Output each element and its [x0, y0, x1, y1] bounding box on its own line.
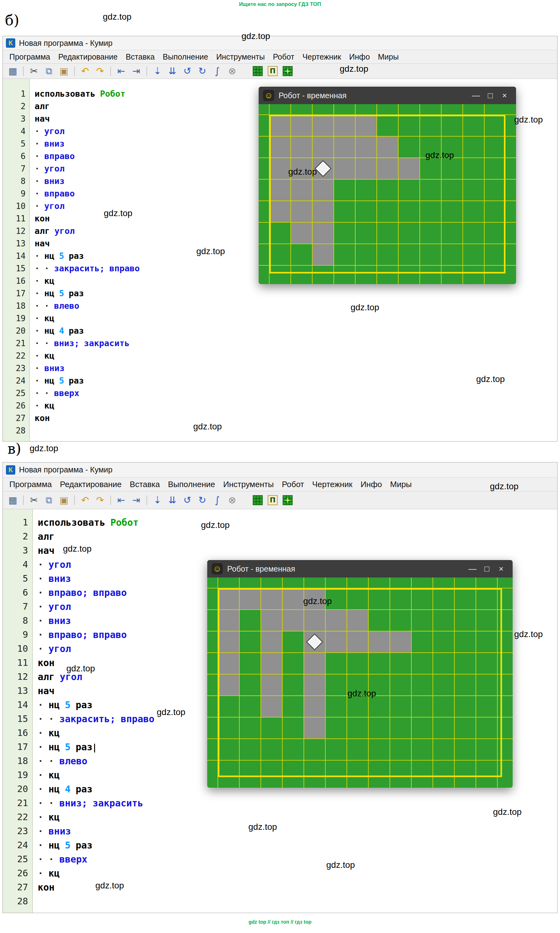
maximize-button[interactable]: □	[480, 564, 494, 574]
watermark: gdz.top	[288, 167, 317, 177]
indent-right-icon[interactable]: ⇥	[130, 65, 142, 77]
step-into-icon[interactable]: ⇣	[151, 65, 164, 77]
code-token: влево	[54, 301, 79, 311]
copy-icon[interactable]: ⧉	[43, 65, 55, 77]
menu-item-8[interactable]: Инфо	[345, 52, 374, 62]
indent-right-icon[interactable]: ⇥	[130, 494, 142, 506]
run-icon[interactable]: ↻	[196, 65, 208, 77]
kumir-titlebar[interactable]: К Новая программа - Кумир	[3, 36, 557, 50]
undo-icon[interactable]: ↶	[79, 65, 91, 77]
menu-item-5[interactable]: Инструменты	[212, 52, 269, 62]
menu-item-1[interactable]: Программа	[5, 52, 54, 62]
step-over-icon[interactable]: ⇊	[166, 65, 178, 77]
line-number-gutter: 1234567891011121314151617181920212223242…	[3, 79, 29, 441]
code-token: закрасить	[84, 338, 129, 348]
robot-pult-icon[interactable]: П	[266, 65, 279, 77]
robot-pult-icon[interactable]: П	[266, 494, 279, 506]
run-blind-icon[interactable]: ∫	[211, 494, 223, 506]
menu-item-9[interactable]: Миры	[386, 480, 416, 489]
menu-item-5[interactable]: Инструменты	[219, 480, 278, 489]
code-line: ·кц	[38, 810, 557, 824]
robot-field-icon[interactable]	[251, 494, 264, 506]
stop-icon[interactable]: ⊗	[226, 65, 238, 77]
top-banner: Ищите нас по запросу ГДЗ ТОП	[0, 1, 560, 8]
indent-left-icon[interactable]: ⇤	[115, 494, 128, 506]
menu-item-9[interactable]: Миры	[374, 52, 403, 62]
robot-field-icon[interactable]	[251, 65, 264, 77]
kumir-titlebar[interactable]: К Новая программа - Кумир	[3, 463, 557, 477]
indent-left-icon[interactable]: ⇤	[115, 65, 128, 77]
line-number: 2	[3, 529, 28, 543]
run-icon[interactable]: ↻	[196, 494, 208, 506]
undo-icon[interactable]: ↶	[79, 494, 91, 506]
painted-cell	[261, 610, 282, 631]
step-over-icon[interactable]: ⇊	[166, 494, 178, 506]
line-number: 18	[3, 754, 28, 768]
paste-icon[interactable]: ▣	[58, 65, 70, 77]
paste-icon[interactable]: ▣	[58, 494, 70, 506]
minimize-button[interactable]: —	[469, 91, 483, 100]
painted-cell	[304, 717, 325, 739]
cut-icon[interactable]: ✂	[28, 494, 40, 506]
robot-window-titlebar[interactable]: ☺ Робот - временная — □ ×	[207, 560, 512, 578]
code-token: нц	[44, 376, 55, 386]
menu-item-2[interactable]: Редактирование	[54, 52, 122, 62]
run-to-cursor-icon[interactable]: ↺	[181, 65, 194, 77]
code-token: ·	[35, 313, 40, 323]
code-token: ·	[38, 573, 43, 584]
redo-icon[interactable]: ↷	[94, 65, 106, 77]
menu-item-8[interactable]: Инфо	[357, 480, 386, 489]
menu-item-7[interactable]: Чертежник	[298, 52, 345, 62]
maximize-button[interactable]: □	[483, 91, 497, 100]
code-line: ·нц5раз	[35, 287, 557, 300]
save-icon[interactable]: ▦	[6, 65, 19, 77]
minimize-button[interactable]: —	[465, 564, 480, 574]
run-to-cursor-icon[interactable]: ↺	[181, 494, 194, 506]
code-token: ·	[38, 615, 43, 626]
close-button[interactable]: ×	[494, 564, 508, 574]
menu-item-4[interactable]: Выполнение	[164, 480, 219, 489]
painted-cell	[269, 115, 291, 136]
menu-item-1[interactable]: Программа	[5, 480, 56, 489]
robot-window-titlebar[interactable]: ☺ Робот - временная — □ ×	[258, 87, 516, 104]
code-line	[35, 424, 557, 437]
line-number: 10	[3, 200, 26, 212]
cut-icon[interactable]: ✂	[28, 65, 40, 77]
step-into-icon[interactable]: ⇣	[151, 494, 164, 506]
watermark: gdz.top	[157, 707, 185, 717]
menu-item-6[interactable]: Робот	[269, 52, 298, 62]
line-number: 23	[3, 362, 26, 375]
code-token: ·	[38, 587, 43, 598]
redo-icon[interactable]: ↷	[94, 494, 106, 506]
robot-window-v: ☺ Робот - временная — □ ×	[207, 560, 512, 788]
robot-field-new-icon[interactable]: +	[282, 65, 294, 77]
code-line: ·нц5раз	[38, 838, 557, 852]
line-number: 20	[3, 325, 26, 337]
save-icon[interactable]: ▦	[6, 494, 19, 506]
run-blind-icon[interactable]: ∫	[211, 65, 223, 77]
code-token: ·	[35, 164, 40, 173]
code-token: кц	[44, 313, 55, 323]
code-token: раз	[69, 288, 84, 298]
line-number: 15	[3, 262, 26, 275]
close-button[interactable]: ×	[497, 91, 512, 100]
menu-item-4[interactable]: Выполнение	[158, 52, 212, 62]
code-token: использовать	[38, 517, 105, 528]
painted-cell	[355, 115, 377, 136]
toolbar: ▦✂⧉▣↶↷⇤⇥⇣⇊↺↻∫⊗П+	[3, 63, 557, 79]
menu-item-2[interactable]: Редактирование	[56, 480, 126, 489]
menu-item-6[interactable]: Робот	[278, 480, 308, 489]
stop-icon[interactable]: ⊗	[226, 494, 238, 506]
code-token: 5	[65, 840, 71, 851]
copy-icon[interactable]: ⧉	[43, 494, 55, 506]
menu-item-3[interactable]: Вставка	[122, 52, 158, 62]
code-token: вниз	[44, 139, 65, 148]
menu-item-3[interactable]: Вставка	[126, 480, 164, 489]
code-token: ·	[35, 376, 40, 386]
robot-field-new-icon[interactable]: +	[282, 494, 294, 506]
menu-item-7[interactable]: Чертежник	[308, 480, 357, 489]
code-token: ·	[35, 351, 40, 361]
line-number: 6	[3, 586, 28, 600]
code-token: угол	[55, 226, 75, 236]
watermark: gdz.top	[193, 422, 222, 432]
